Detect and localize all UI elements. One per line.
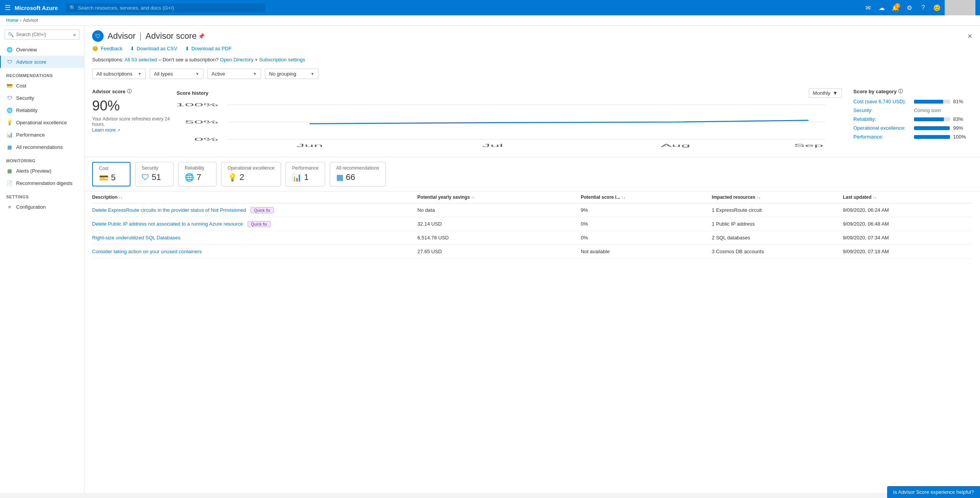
row1-desc: Delete ExpressRoute circuits in the prov… bbox=[92, 207, 416, 213]
cost-progress-fill bbox=[914, 100, 943, 104]
cat-tab-performance[interactable]: Performance 📊 1 bbox=[286, 162, 325, 186]
cat-tab-security-icon: 🛡 bbox=[142, 173, 149, 182]
notifications-icon[interactable]: 🔔 2 bbox=[889, 2, 902, 14]
col-header-score: Potential score i... ↑↓ bbox=[581, 195, 710, 200]
feedback-icon: 😊 bbox=[92, 46, 98, 51]
cat-tab-security-count: 🛡 51 bbox=[142, 172, 167, 182]
download-pdf-button[interactable]: ⬇ Download as PDF bbox=[185, 46, 232, 51]
sort-updated-icon[interactable]: ↑↓ bbox=[873, 195, 877, 200]
category-row-performance: Performance: 100% bbox=[853, 134, 972, 140]
category-operational-link[interactable]: Operational excellence: bbox=[853, 125, 911, 131]
open-directory-link[interactable]: Open Directory bbox=[220, 57, 253, 63]
category-reliability-link[interactable]: Reliability: bbox=[853, 116, 911, 122]
email-icon[interactable]: ✉ bbox=[862, 2, 874, 14]
sidebar-item-recommendation-digests[interactable]: 📄 Recommendation digests bbox=[0, 177, 84, 189]
svg-text:Jun: Jun bbox=[296, 143, 323, 148]
row2-score: 0% bbox=[581, 221, 710, 227]
cloud-icon[interactable]: ☁ bbox=[876, 2, 888, 14]
row4-desc-link[interactable]: Consider taking action on your unused co… bbox=[92, 249, 202, 254]
category-performance-link[interactable]: Performance: bbox=[853, 134, 911, 140]
sidebar-item-all-recommendations[interactable]: ▦ All recommendations bbox=[0, 141, 84, 153]
filter-types-dropdown[interactable]: All types ▼ bbox=[150, 69, 203, 79]
subscriptions-selected[interactable]: All 53 selected bbox=[125, 57, 157, 63]
reliability-percentage: 83% bbox=[953, 116, 972, 122]
sidebar-item-configuration[interactable]: ≡ Configuration bbox=[0, 201, 84, 213]
operational-progress-fill bbox=[914, 126, 950, 130]
learn-more-link[interactable]: Learn more bbox=[92, 127, 116, 133]
sidebar: 🔍 Search (Ctrl+/) « 🌐 Overview 🛡 Advisor… bbox=[0, 26, 84, 493]
pin-icon[interactable]: 📌 bbox=[198, 33, 205, 39]
sidebar-item-advisor-score[interactable]: 🛡 Advisor score bbox=[0, 56, 84, 68]
cat-tab-cost[interactable]: Cost 💳 5 bbox=[92, 162, 131, 186]
download-csv-button[interactable]: ⬇ Download as CSV bbox=[130, 46, 177, 51]
cat-tab-operational-icon: 💡 bbox=[228, 173, 237, 182]
search-bar[interactable]: 🔍 bbox=[66, 3, 265, 12]
history-label: Score history bbox=[177, 90, 208, 96]
row2-updated: 9/09/2020, 06:48 AM bbox=[843, 221, 972, 227]
filter-active-dropdown[interactable]: Active ▼ bbox=[207, 69, 261, 79]
sidebar-item-cost[interactable]: 💳 Cost bbox=[0, 79, 84, 92]
main-layout: 🔍 Search (Ctrl+/) « 🌐 Overview 🛡 Advisor… bbox=[0, 26, 980, 493]
sidebar-item-reliability[interactable]: 🌐 Reliability bbox=[0, 104, 84, 116]
score-history-block: Score history Monthly ▼ 100% 50% bbox=[177, 88, 842, 151]
subscription-settings-link[interactable]: Subscription settings bbox=[259, 57, 305, 63]
sidebar-item-operational-excellence[interactable]: 💡 Operational excellence bbox=[0, 116, 84, 129]
sidebar-search-box[interactable]: 🔍 Search (Ctrl+/) « bbox=[5, 30, 79, 40]
footer-banner[interactable]: Is Advisor Score experience helpful? bbox=[887, 486, 980, 498]
overview-icon: 🌐 bbox=[6, 46, 13, 53]
cat-tab-security[interactable]: Security 🛡 51 bbox=[135, 162, 174, 186]
search-input[interactable] bbox=[78, 5, 261, 11]
svg-text:Jul: Jul bbox=[482, 143, 503, 148]
performance-progress-fill bbox=[914, 135, 950, 139]
help-icon[interactable]: ? bbox=[917, 2, 929, 14]
filter-grouping-dropdown[interactable]: No grouping ▼ bbox=[265, 69, 319, 79]
sidebar-item-security[interactable]: 🛡 Security bbox=[0, 92, 84, 104]
close-icon[interactable]: ✕ bbox=[967, 33, 972, 40]
row1-score: 9% bbox=[581, 207, 710, 213]
sidebar-item-alerts[interactable]: ▦ Alerts (Preview) bbox=[0, 165, 84, 177]
sort-savings-icon[interactable]: ↑↓ bbox=[471, 195, 475, 200]
sidebar-label-security: Security bbox=[16, 95, 34, 101]
breadcrumb-home[interactable]: Home bbox=[6, 18, 18, 23]
row4-desc: Consider taking action on your unused co… bbox=[92, 249, 416, 254]
breadcrumb-current: Advisor bbox=[23, 18, 38, 23]
notification-badge: 2 bbox=[895, 3, 900, 8]
cat-tab-all[interactable]: All recommendations ▦ 66 bbox=[330, 162, 386, 186]
hamburger-menu-icon[interactable]: ☰ bbox=[5, 3, 11, 12]
row3-desc-link[interactable]: Right-size underutilized SQL Databases bbox=[92, 235, 180, 241]
score-section: Advisor score ⓘ 90% Your Advisor score r… bbox=[84, 82, 980, 157]
account-avatar[interactable] bbox=[945, 0, 975, 15]
row1-desc-link[interactable]: Delete ExpressRoute circuits in the prov… bbox=[92, 207, 246, 213]
category-security-link[interactable]: Security: bbox=[853, 107, 911, 113]
sort-score-icon[interactable]: ↑↓ bbox=[621, 195, 625, 200]
cat-tab-all-number: 66 bbox=[346, 172, 355, 182]
sidebar-collapse-icon[interactable]: « bbox=[73, 31, 76, 38]
cat-tab-reliability[interactable]: Reliability 🌐 7 bbox=[178, 162, 216, 186]
sort-resources-icon[interactable]: ↑↓ bbox=[757, 195, 760, 200]
cat-tab-operational-count: 💡 2 bbox=[228, 172, 274, 182]
score-info-icon[interactable]: ⓘ bbox=[127, 88, 132, 95]
page-title-score: Advisor score bbox=[145, 31, 197, 41]
col-header-savings: Potential yearly savings ↑↓ bbox=[417, 195, 579, 200]
page-icon: 🛡 bbox=[92, 30, 104, 42]
filter-subscriptions-dropdown[interactable]: All subscriptions ▼ bbox=[92, 69, 146, 79]
sidebar-label-alerts: Alerts (Preview) bbox=[16, 168, 51, 174]
sidebar-item-performance[interactable]: 📊 Performance bbox=[0, 129, 84, 141]
footer-banner-text: Is Advisor Score experience helpful? bbox=[893, 489, 974, 495]
download-csv-label: Download as CSV bbox=[137, 46, 177, 51]
score-by-category-block: Score by category ⓘ Cost (save 6,740 USD… bbox=[842, 88, 972, 151]
settings-icon[interactable]: ⚙ bbox=[903, 2, 916, 14]
history-period-dropdown[interactable]: Monthly ▼ bbox=[809, 88, 842, 98]
row2-savings: 32.14 USD bbox=[417, 221, 579, 227]
sort-description-icon[interactable]: ↑↓ bbox=[119, 195, 122, 200]
sidebar-item-overview[interactable]: 🌐 Overview bbox=[0, 43, 84, 56]
cat-tab-operational[interactable]: Operational excellence 💡 2 bbox=[221, 162, 281, 186]
account-icon[interactable]: 😊 bbox=[931, 2, 943, 14]
category-cost-link[interactable]: Cost (save 6,740 USD): bbox=[853, 99, 911, 104]
cat-tab-reliability-count: 🌐 7 bbox=[185, 172, 210, 182]
row2-desc-link[interactable]: Delete Public IP address not associated … bbox=[92, 221, 243, 227]
category-label: Score by category ⓘ bbox=[853, 88, 972, 95]
category-info-icon[interactable]: ⓘ bbox=[898, 88, 903, 95]
feedback-button[interactable]: 😊 Feedback bbox=[92, 46, 122, 51]
history-period-label: Monthly bbox=[813, 90, 831, 96]
